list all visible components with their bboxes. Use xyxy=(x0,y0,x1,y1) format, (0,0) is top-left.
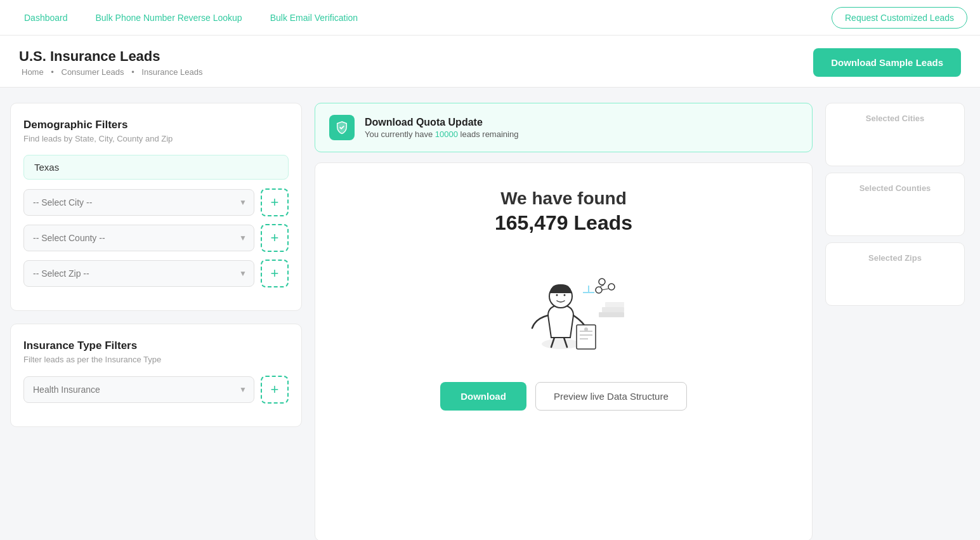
breadcrumb-sep-1: • xyxy=(51,67,54,77)
center-panel: Download Quota Update You currently have… xyxy=(315,103,813,540)
shield-check-icon xyxy=(335,121,349,135)
city-select-wrapper: -- Select City -- ▼ xyxy=(23,189,254,216)
nav-tab-dashboard[interactable]: Dashboard xyxy=(13,8,79,28)
demographic-filters-card: Demographic Filters Find leads by State,… xyxy=(10,103,302,311)
insurance-filters-card: Insurance Type Filters Filter leads as p… xyxy=(10,324,302,427)
selected-cities-section: Selected Cities xyxy=(825,103,965,166)
action-buttons: Download Preview live Data Structure xyxy=(440,382,687,411)
add-insurance-button[interactable]: + xyxy=(261,376,289,404)
results-count: 165,479 Leads xyxy=(495,211,632,235)
county-select-wrapper: -- Select County -- ▼ xyxy=(23,225,254,251)
county-select-row: -- Select County -- ▼ + xyxy=(23,224,289,252)
breadcrumb-insurance-leads: Insurance Leads xyxy=(141,67,202,77)
demographic-filters-subtitle: Find leads by State, City, County and Zi… xyxy=(23,134,289,143)
svg-point-10 xyxy=(584,327,588,331)
svg-rect-17 xyxy=(602,307,624,312)
zip-select[interactable]: -- Select Zip -- xyxy=(23,260,254,287)
county-select[interactable]: -- Select County -- xyxy=(23,225,254,251)
insurance-select-row: Health Insurance ▼ + xyxy=(23,376,289,404)
quota-text: Download Quota Update You currently have… xyxy=(365,117,518,139)
zip-select-row: -- Select Zip -- ▼ + xyxy=(23,260,289,287)
add-county-button[interactable]: + xyxy=(261,224,289,252)
request-customized-leads-button[interactable]: Request Customized Leads xyxy=(832,7,967,29)
preview-data-structure-button[interactable]: Preview live Data Structure xyxy=(535,382,687,411)
insurance-filters-title: Insurance Type Filters xyxy=(23,339,289,352)
selected-counties-label: Selected Counties xyxy=(836,183,954,193)
selected-cities-label: Selected Cities xyxy=(836,114,954,123)
city-select[interactable]: -- Select City -- xyxy=(23,189,254,216)
illustration xyxy=(500,255,627,357)
page-header: U.S. Insurance Leads Home • Consumer Lea… xyxy=(0,36,980,88)
nav-tab-bulk-phone[interactable]: Bulk Phone Number Reverse Lookup xyxy=(84,8,254,28)
svg-point-12 xyxy=(608,284,615,290)
quota-banner: Download Quota Update You currently have… xyxy=(315,103,813,152)
zip-select-wrapper: -- Select Zip -- ▼ xyxy=(23,260,254,287)
right-panel: Selected Cities Selected Counties Select… xyxy=(825,103,965,540)
breadcrumb-consumer-leads[interactable]: Consumer Leads xyxy=(62,67,124,77)
quota-subtitle: You currently have 10000 leads remaining xyxy=(365,129,518,139)
quota-icon xyxy=(329,115,355,140)
quota-count: 10000 xyxy=(435,129,458,139)
city-select-row: -- Select City -- ▼ + xyxy=(23,188,289,216)
insurance-select-wrapper: Health Insurance ▼ xyxy=(23,376,254,403)
main-layout: Demographic Filters Find leads by State,… xyxy=(0,88,980,540)
svg-line-14 xyxy=(602,289,608,290)
results-found-text: We have found xyxy=(500,188,627,209)
svg-point-5 xyxy=(563,294,565,296)
breadcrumb: Home • Consumer Leads • Insurance Leads xyxy=(19,67,205,77)
selected-zips-section: Selected Zips xyxy=(825,242,965,306)
demographic-filters-title: Demographic Filters xyxy=(23,119,289,131)
state-badge: Texas xyxy=(23,155,289,180)
download-button[interactable]: Download xyxy=(440,382,526,411)
breadcrumb-sep-2: • xyxy=(131,67,134,77)
svg-point-0 xyxy=(542,339,580,349)
selected-zips-label: Selected Zips xyxy=(836,253,954,263)
nav-bar: Dashboard Bulk Phone Number Reverse Look… xyxy=(0,0,980,36)
nav-tab-bulk-email[interactable]: Bulk Email Verification xyxy=(259,8,370,28)
download-sample-leads-button[interactable]: Download Sample Leads xyxy=(813,48,961,77)
add-zip-button[interactable]: + xyxy=(261,260,289,287)
quota-title: Download Quota Update xyxy=(365,117,518,128)
insurance-filters-subtitle: Filter leads as per the Insurance Type xyxy=(23,355,289,364)
left-panel: Demographic Filters Find leads by State,… xyxy=(10,103,302,540)
svg-rect-16 xyxy=(599,312,624,317)
svg-rect-18 xyxy=(605,302,624,307)
insurance-type-select[interactable]: Health Insurance xyxy=(23,376,254,403)
add-city-button[interactable]: + xyxy=(261,188,289,216)
svg-point-11 xyxy=(596,287,602,293)
svg-point-4 xyxy=(556,294,558,296)
selected-counties-section: Selected Counties xyxy=(825,173,965,236)
breadcrumb-home[interactable]: Home xyxy=(22,67,44,77)
svg-point-13 xyxy=(599,279,605,285)
results-card: We have found 165,479 Leads xyxy=(315,162,813,540)
page-title: U.S. Insurance Leads xyxy=(19,48,205,65)
header-left: U.S. Insurance Leads Home • Consumer Lea… xyxy=(19,48,205,77)
